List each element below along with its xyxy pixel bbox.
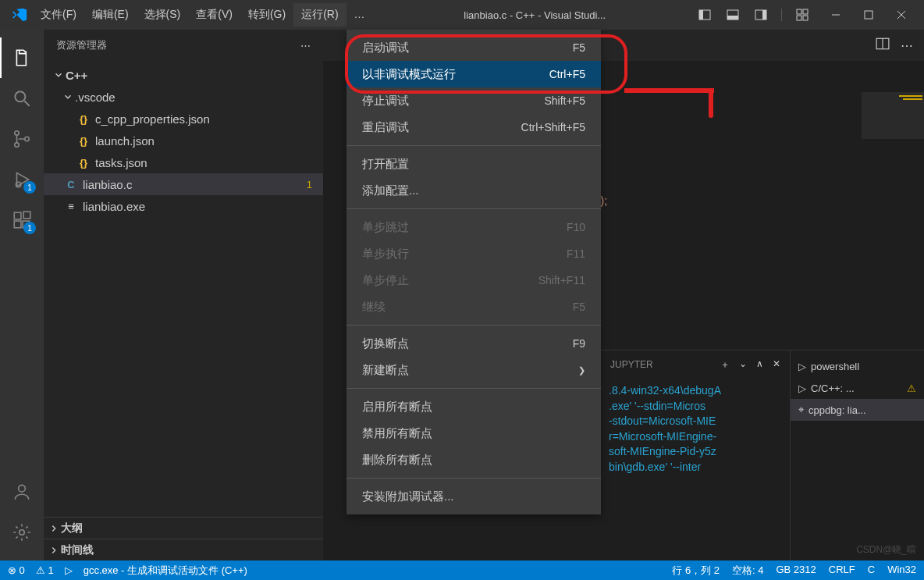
menu-separator [346, 478, 601, 479]
minimap[interactable] [862, 92, 924, 139]
split-editor-icon[interactable] [876, 37, 890, 54]
more-actions-icon[interactable]: ⋯ [901, 38, 913, 53]
settings-icon[interactable] [0, 512, 44, 553]
menu-item: 继续F5 [346, 294, 601, 320]
terminal-line: .exe' '--stdin=Micros [609, 399, 782, 415]
search-icon[interactable] [0, 78, 44, 119]
svg-rect-1 [699, 10, 703, 20]
menu-item-label: 启动调试 [362, 41, 573, 55]
accounts-icon[interactable] [0, 471, 44, 512]
maximize-panel-icon[interactable]: ∧ [756, 358, 763, 372]
menu-item-label: 单步跳过 [362, 220, 567, 235]
menu-run[interactable]: 运行(R) [293, 3, 346, 27]
terminal-label: powershell [811, 361, 859, 372]
toggle-panel-right-icon[interactable] [753, 7, 769, 23]
menu-item[interactable]: 停止调试Shift+F5 [346, 87, 601, 114]
terminal-icon: ▷ [798, 361, 806, 372]
terminal-dropdown-icon[interactable]: ⌄ [739, 358, 747, 372]
status-bar: ⊗ 0 ⚠ 1 ▷ gcc.exe - 生成和调试活动文件 (C++) 行 6，… [0, 560, 924, 580]
toggle-panel-bottom-icon[interactable] [725, 7, 741, 23]
outline-section[interactable]: 大纲 [44, 517, 323, 539]
tree-file[interactable]: {}tasks.json [44, 151, 323, 173]
panel-tabs: JUPYTER ＋ ⌄ ∧ ✕ [601, 350, 790, 379]
menu-item-label: 停止调试 [362, 94, 544, 109]
menu-view[interactable]: 查看(V) [188, 3, 240, 27]
json-icon: {} [76, 155, 91, 169]
menu-item[interactable]: 添加配置... [346, 177, 601, 204]
menu-item-label: 添加配置... [362, 183, 585, 198]
menu-item[interactable]: 安装附加调试器... [346, 483, 601, 510]
tree-file[interactable]: ≡lianbiao.exe [44, 195, 323, 217]
menu-item-shortcut: F9 [573, 337, 585, 350]
file-label: lianbiao.exe [83, 200, 323, 213]
timeline-section[interactable]: 时间线 [44, 539, 323, 560]
layout-controls [697, 7, 810, 23]
menu-item[interactable]: 删除所有断点 [346, 447, 601, 473]
menu-item[interactable]: 切换断点F9 [346, 330, 601, 357]
terminal-line: r=Microsoft-MIEngine- [609, 429, 782, 445]
status-indent[interactable]: 空格: 4 [732, 564, 763, 578]
status-eol[interactable]: CRLF [829, 564, 855, 578]
svg-point-16 [15, 131, 19, 135]
menu-item[interactable]: 以非调试模式运行Ctrl+F5 [346, 61, 601, 87]
close-panel-icon[interactable]: ✕ [773, 358, 780, 372]
terminal-item-active[interactable]: ⌖cppdbg: lia... [791, 399, 924, 421]
status-errors[interactable]: ⊗ 0 [8, 564, 25, 576]
menu-item-shortcut: F10 [567, 221, 585, 233]
customize-layout-icon[interactable] [794, 7, 810, 23]
close-button[interactable] [885, 0, 918, 30]
run-debug-icon[interactable]: 1 [0, 159, 44, 200]
extensions-icon[interactable]: 1 [0, 200, 44, 240]
terminal-item[interactable]: ▷powershell [791, 355, 924, 377]
tree-file[interactable]: {}c_cpp_properties.json [44, 108, 323, 130]
minimize-button[interactable] [819, 0, 852, 30]
menu-selection[interactable]: 选择(S) [137, 3, 189, 27]
svg-rect-11 [865, 11, 872, 19]
chevron-down-icon [62, 91, 73, 102]
tree-file[interactable]: {}launch.json [44, 130, 323, 151]
svg-line-15 [24, 101, 30, 106]
menu-item-shortcut: F5 [573, 301, 585, 313]
tree-folder-vscode[interactable]: .vscode [44, 86, 323, 108]
menu-item[interactable]: 禁用所有断点 [346, 420, 601, 447]
status-debug-config[interactable]: gcc.exe - 生成和调试活动文件 (C++) [84, 564, 247, 578]
chevron-right-icon [48, 545, 59, 556]
panel-tab-jupyter[interactable]: JUPYTER [610, 359, 653, 370]
menu-item[interactable]: 打开配置 [346, 151, 601, 177]
status-position[interactable]: 行 6，列 2 [672, 564, 720, 578]
status-debug-play[interactable]: ▷ [65, 564, 73, 576]
new-terminal-icon[interactable]: ＋ [720, 358, 730, 372]
menu-separator [346, 325, 601, 326]
menu-item[interactable]: 新建断点❯ [346, 357, 601, 383]
status-warnings[interactable]: ⚠ 1 [36, 564, 54, 576]
menu-item[interactable]: 重启调试Ctrl+Shift+F5 [346, 114, 601, 141]
source-control-icon[interactable] [0, 119, 44, 159]
menu-item-label: 继续 [362, 300, 573, 315]
status-lang[interactable]: C [868, 564, 875, 578]
menu-edit[interactable]: 编辑(E) [84, 3, 137, 27]
menu-more[interactable]: … [346, 3, 373, 27]
vscode-logo-icon [11, 6, 28, 23]
menu-item[interactable]: 启动调试F5 [346, 34, 601, 61]
terminal-line: soft-MIEngine-Pid-y5z [609, 444, 782, 460]
menu-item-label: 禁用所有断点 [362, 426, 585, 441]
toggle-panel-left-icon[interactable] [697, 7, 713, 23]
menu-file[interactable]: 文件(F) [33, 3, 84, 27]
status-encoding[interactable]: GB 2312 [776, 564, 816, 578]
svg-rect-5 [762, 10, 766, 20]
terminal-item[interactable]: ▷C/C++: ...⚠ [791, 377, 924, 399]
maximize-button[interactable] [852, 0, 885, 30]
chevron-right-icon: ❯ [578, 365, 585, 375]
menu-item-label: 以非调试模式运行 [362, 67, 549, 82]
status-platform[interactable]: Win32 [887, 564, 916, 578]
file-label: tasks.json [95, 156, 323, 169]
menu-item[interactable]: 启用所有断点 [346, 393, 601, 420]
svg-point-14 [15, 91, 25, 101]
menu-go[interactable]: 转到(G) [240, 3, 293, 27]
tree-file-active[interactable]: Clianbiao.c1 [44, 173, 323, 195]
explorer-icon[interactable] [0, 37, 44, 78]
sidebar-more-icon[interactable]: ⋯ [300, 40, 311, 52]
terminal-output[interactable]: .8.4-win32-x64\debugA.exe' '--stdin=Micr… [601, 379, 790, 560]
tree-root[interactable]: C++ [44, 64, 323, 86]
bottom-panel: JUPYTER ＋ ⌄ ∧ ✕ .8.4-win32-x64\debugA.ex… [601, 350, 924, 560]
